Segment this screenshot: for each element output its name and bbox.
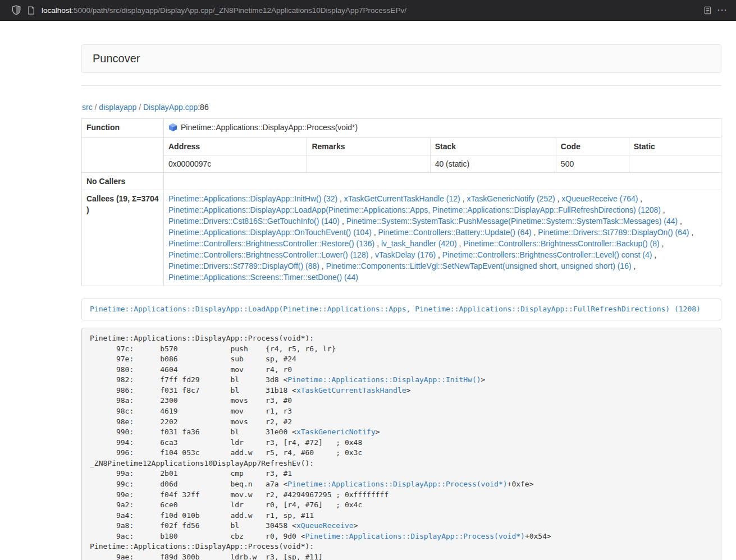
stats-header-row: AddressRemarksStackCodeStatic — [164, 138, 721, 155]
callee-link[interactable]: Pinetime::Controllers::BrightnessControl… — [168, 250, 368, 259]
callee-link[interactable]: xTaskGetCurrentTaskHandle (12) — [344, 194, 460, 203]
callee-link[interactable]: Pinetime::Controllers::BrightnessControl… — [442, 250, 652, 259]
disasm-line: 99c: d06d beq.n a7a <Pinetime::Applicati… — [90, 479, 713, 490]
breadcrumb-separator: / — [93, 103, 99, 112]
stats-row-wrapper: AddressRemarksStackCodeStatic 0x0000097c… — [82, 138, 721, 173]
disasm-text: 99c: d06d beq.n a7a < — [90, 480, 287, 488]
disasm-line: 9ae: f89d 300b ldrb.w r3, [sp, #11] — [90, 552, 713, 560]
disasm-symbol-link[interactable]: Pinetime::Applications::DisplayApp::Init… — [287, 375, 481, 384]
disasm-line: 9a4: f10d 010b add.w r1, sp, #11 — [90, 511, 713, 521]
disasm-line: 9a8: f02f fd56 bl 30458 <xQueueReceive> — [90, 521, 713, 531]
disasm-line: _ZN8Pinetime12Applications10DisplayApp7R… — [90, 458, 713, 469]
disasm-symbol-link[interactable]: xTaskGenericNotify — [296, 428, 376, 436]
highlighted-symbol-link[interactable]: Pinetime::Applications::DisplayApp::Load… — [90, 305, 701, 313]
callee-link[interactable]: Pinetime::Drivers::Cst816S::GetTouchInfo… — [168, 217, 340, 226]
callee-separator: , — [660, 239, 664, 248]
callee-separator: , — [689, 228, 694, 237]
app-header: Puncover — [81, 44, 721, 73]
disasm-text: 9a8: f02f fd56 bl 30458 < — [90, 521, 296, 530]
disasm-text: 97c: b570 push {r4, r5, r6, lr} — [90, 345, 336, 353]
callee-separator: , — [337, 194, 344, 203]
callee-link[interactable]: Pinetime::Applications::DisplayApp::Init… — [168, 194, 337, 203]
stats-row-label-empty — [82, 138, 164, 173]
breadcrumb-link[interactable]: src — [82, 103, 93, 112]
callee-link[interactable]: Pinetime::Components::LittleVgl::SetNewT… — [326, 261, 632, 270]
callee-separator: , — [372, 228, 378, 237]
stats-value-cell — [629, 155, 721, 173]
method-icon-svg — [168, 123, 177, 132]
disasm-symbol-link[interactable]: Pinetime::Applications::DisplayApp::Proc… — [305, 532, 525, 540]
disasm-line: 9ac: b180 cbz r0, 9d0 <Pinetime::Applica… — [90, 531, 713, 542]
disasm-text: 99a: 2b01 cmp r3, #1 — [90, 469, 292, 478]
callee-link[interactable]: lv_task_handler (420) — [381, 239, 457, 248]
disasm-text: > — [354, 521, 358, 530]
callee-separator: , — [340, 217, 346, 226]
callee-separator: , — [457, 239, 464, 248]
stats-cell: AddressRemarksStackCodeStatic 0x0000097c… — [164, 138, 721, 173]
url-bar[interactable]: localhost:5000/path/src/displayapp/Displ… — [42, 6, 700, 15]
callee-separator: , — [319, 261, 326, 270]
disasm-symbol-link[interactable]: xTaskGetCurrentTaskHandle — [296, 386, 406, 394]
shield-icon[interactable] — [9, 3, 24, 17]
stats-header-cell: Code — [556, 138, 629, 155]
callee-separator: , — [368, 250, 375, 259]
callee-link[interactable]: Pinetime::Controllers::Battery::Update()… — [378, 228, 532, 237]
function-row: Function Pinetime::Applications::Display… — [82, 119, 721, 138]
disasm-line: 99e: f04f 32ff mov.w r2, #4294967295 ; 0… — [90, 490, 713, 501]
callee-link[interactable]: xTaskGenericNotify (252) — [467, 194, 555, 203]
disasm-line: 986: f031 f8c7 bl 31b18 <xTaskGetCurrent… — [90, 385, 713, 396]
disasm-line: 97e: b086 sub sp, #24 — [90, 354, 713, 365]
callee-link[interactable]: Pinetime::Drivers::St7789::DisplayOn() (… — [538, 228, 689, 237]
disasm-text: > — [481, 375, 486, 384]
disasm-text: 982: f7ff fd29 bl 3d8 < — [90, 375, 287, 384]
callee-link[interactable]: Pinetime::Applications::DisplayApp::OnTo… — [168, 228, 372, 237]
callee-link[interactable]: Pinetime::Controllers::BrightnessControl… — [463, 239, 659, 248]
disasm-line: 982: f7ff fd29 bl 3d8 <Pinetime::Applica… — [90, 375, 713, 385]
callee-separator: , — [532, 228, 538, 237]
disasm-text: 98a: 2300 movs r3, #0 — [90, 396, 292, 405]
page-title: Puncover — [93, 52, 710, 65]
disasm-text: 98c: 4619 mov r1, r3 — [90, 407, 292, 415]
disasm-text: 98e: 2202 movs r2, #2 — [90, 417, 292, 426]
stats-table: AddressRemarksStackCodeStatic 0x0000097c… — [164, 138, 721, 172]
callee-link[interactable]: vTaskDelay (176) — [375, 250, 436, 259]
function-info-table: Function Pinetime::Applications::Display… — [81, 118, 721, 286]
function-name: Pinetime::Applications::DisplayApp::Proc… — [181, 123, 358, 132]
disasm-text: Pinetime::Applications::DisplayApp::Proc… — [90, 334, 314, 342]
callee-link[interactable]: Pinetime::System::SystemTask::PushMessag… — [346, 217, 678, 226]
callee-separator: , — [374, 239, 381, 248]
disasm-text: 9a4: f10d 010b add.w r1, sp, #11 — [90, 511, 314, 520]
callees-cell: Pinetime::Applications::DisplayApp::Init… — [164, 190, 721, 286]
callee-separator: , — [436, 250, 442, 259]
disasm-symbol-link[interactable]: Pinetime::Applications::DisplayApp::Proc… — [287, 480, 507, 488]
disasm-symbol-link[interactable]: xQueueReceive — [296, 521, 354, 530]
disasm-text: 9a2: 6ce0 ldr r0, [r4, #76] ; 0x4c — [90, 501, 362, 509]
page-icon — [24, 3, 38, 17]
kebab-menu-icon[interactable]: ⋯ — [715, 3, 729, 17]
disasm-line: 97c: b570 push {r4, r5, r6, lr} — [90, 344, 713, 355]
callee-separator: , — [652, 250, 656, 259]
breadcrumb-link[interactable]: DisplayApp.cpp — [143, 103, 198, 112]
disasm-text: _ZN8Pinetime12Applications10DisplayApp7R… — [90, 459, 314, 467]
function-row-label: Function — [82, 119, 164, 138]
disasm-text: 9ac: b180 cbz r0, 9d0 < — [90, 532, 305, 540]
disasm-text: 990: f031 fa36 bl 31e00 < — [90, 428, 296, 436]
disasm-text: Pinetime::Applications::DisplayApp::Proc… — [90, 542, 314, 550]
callee-link[interactable]: Pinetime::Applications::Screens::Timer::… — [168, 273, 358, 282]
page-icon-svg — [27, 6, 35, 15]
callee-link[interactable]: Pinetime::Applications::DisplayApp::Load… — [168, 205, 661, 214]
callees-row: Callees (19, Σ=3704 ) Pinetime::Applicat… — [82, 190, 721, 286]
stats-value-cell: 0x0000097c — [164, 155, 307, 173]
breadcrumb-link[interactable]: displayapp — [99, 103, 136, 112]
disasm-line: 99a: 2b01 cmp r3, #1 — [90, 469, 713, 479]
callee-link[interactable]: Pinetime::Drivers::St7789::DisplayOff() … — [168, 261, 319, 270]
callees-label: Callees (19, Σ=3704 ) — [82, 190, 164, 286]
url-path: :5000/path/src/displayapp/DisplayApp.cpp… — [71, 6, 406, 15]
reader-mode-icon[interactable] — [700, 3, 715, 17]
callee-link[interactable]: xQueueReceive (764) — [561, 194, 638, 203]
disasm-line: Pinetime::Applications::DisplayApp::Proc… — [90, 541, 713, 552]
callee-separator: , — [638, 194, 642, 203]
disasm-line: 990: f031 fa36 bl 31e00 <xTaskGenericNot… — [90, 427, 713, 438]
callee-link[interactable]: Pinetime::Controllers::BrightnessControl… — [168, 239, 374, 248]
disasm-text: +0xfe> — [508, 480, 534, 488]
